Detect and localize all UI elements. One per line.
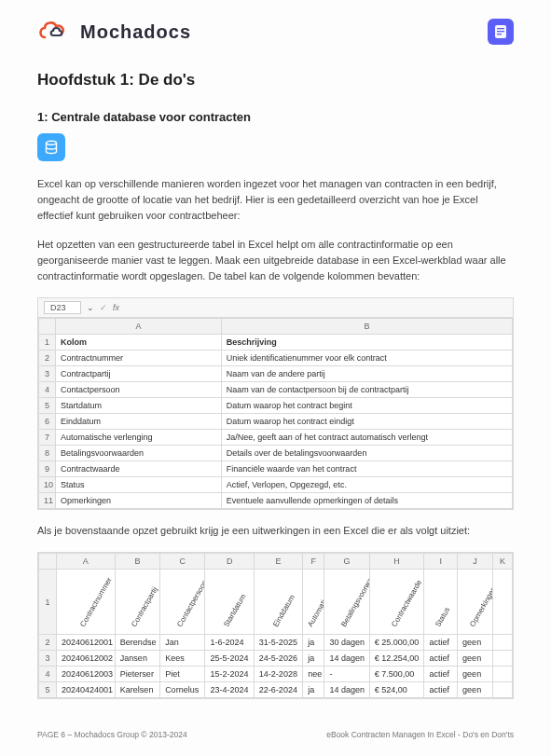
table-cell: Pieterser: [115, 667, 159, 682]
brand-name: Mochadocs: [80, 21, 191, 43]
footer-right: eBook Contracten Managen In Excel - Do's…: [326, 730, 514, 739]
col-header: G: [324, 554, 369, 570]
table-cell: geen: [458, 682, 493, 698]
rotated-header: Automatische verlenging: [303, 570, 324, 635]
col-header: J: [458, 554, 493, 570]
row-number: 10: [39, 477, 56, 493]
excel-table-2: ABCDEFGHIJK1ContractnummerContractpartij…: [37, 552, 514, 699]
row-number: 9: [39, 461, 56, 477]
row-number: 7: [39, 430, 56, 446]
table-cell: actief: [424, 635, 458, 651]
table-cell: 31-5-2025: [254, 635, 302, 651]
rotated-header: Contactpersoon: [160, 570, 205, 635]
table-cell: 1-6-2024: [205, 635, 254, 651]
col-header: B: [221, 319, 512, 335]
table-cell: Contractpartij: [56, 366, 222, 382]
database-icon: [37, 133, 65, 161]
table-cell: Contractnummer: [56, 351, 222, 366]
table-cell: ja: [303, 651, 324, 667]
footer-left: PAGE 6 – Mochadocs Group © 2013-2024: [37, 730, 187, 739]
table-cell: Datum waarop het contract eindigt: [221, 414, 512, 430]
table-cell: Naam van de andere partij: [221, 366, 512, 382]
chapter-title: Hoofdstuk 1: De do's: [37, 71, 514, 89]
paragraph-3: Als je bovenstaande opzet gebruikt krijg…: [37, 523, 514, 539]
table-cell: Ja/Nee, geeft aan of het contract automa…: [221, 430, 512, 446]
table-cell: nee: [303, 667, 324, 682]
spreadsheet-grid-2: ABCDEFGHIJK1ContractnummerContractpartij…: [38, 553, 513, 698]
col-header: H: [369, 554, 424, 570]
table-cell: -: [324, 667, 369, 682]
table-cell: 30 dagen: [324, 635, 369, 651]
table-cell: 20240612001: [56, 635, 115, 651]
rotated-header: Einddatum: [254, 570, 302, 635]
table-cell: ja: [303, 682, 324, 698]
row-number: 1: [39, 335, 56, 351]
table-cell: Details over de betalingsvoorwaarden: [221, 446, 512, 461]
table-cell: Piet: [160, 667, 205, 682]
row-number: 11: [39, 493, 56, 509]
table-cell: actief: [424, 651, 458, 667]
row-number: 3: [39, 366, 56, 382]
svg-point-4: [47, 141, 57, 144]
paragraph-1: Excel kan op verschillende manieren word…: [37, 176, 514, 224]
table-cell: geen: [458, 635, 493, 651]
check-icon: ✓: [100, 303, 107, 312]
table-cell: Status: [56, 477, 222, 493]
table-cell: Datum waarop het contract begint: [221, 398, 512, 414]
rotated-header: Status: [424, 570, 458, 635]
rotated-header: Contractwaarde: [369, 570, 424, 635]
table-cell: geen: [458, 667, 493, 682]
rotated-header: Startdatum: [205, 570, 254, 635]
col-header: B: [115, 554, 159, 570]
table-cell: 22-6-2024: [254, 682, 302, 698]
table-cell: € 7.500,00: [369, 667, 424, 682]
table-cell: € 25.000,00: [369, 635, 424, 651]
section-title: 1: Centrale database voor contracten: [37, 110, 514, 124]
row-number: 4: [39, 382, 56, 398]
table-cell: 23-4-2024: [205, 682, 254, 698]
col-header: F: [303, 554, 324, 570]
page-footer: PAGE 6 – Mochadocs Group © 2013-2024 eBo…: [37, 730, 514, 739]
brand-logo: Mochadocs: [37, 19, 191, 45]
col-header: A: [56, 319, 222, 335]
table-cell: 14 dagen: [324, 682, 369, 698]
table-cell: 24-5-2026: [254, 651, 302, 667]
table-cell: Berendse: [115, 635, 159, 651]
table-cell: 20240612003: [56, 667, 115, 682]
excel-formula-bar: D23 ⌄ ✓ fx: [38, 298, 513, 318]
table-cell: Uniek identificatienummer voor elk contr…: [221, 351, 512, 366]
table-cell: Karelsen: [115, 682, 159, 698]
row-number: 8: [39, 446, 56, 461]
table-cell: 14 dagen: [324, 651, 369, 667]
excel-table-1: D23 ⌄ ✓ fx A B 1 Kolom Beschrijving 2Con…: [37, 297, 514, 510]
table-cell: 25-5-2024: [205, 651, 254, 667]
table-cell: € 524,00: [369, 682, 424, 698]
table-cell: actief: [424, 682, 458, 698]
table-cell: 15-2-2024: [205, 667, 254, 682]
cloud-logo-icon: [37, 19, 73, 45]
table-cell: 14-2-2028: [254, 667, 302, 682]
rotated-header: Contractpartij: [115, 570, 159, 635]
svg-rect-2: [497, 31, 504, 32]
table-cell: Automatische verlenging: [56, 430, 222, 446]
table-cell: Betalingsvoorwaarden: [56, 446, 222, 461]
table-cell: Naam van de contactpersoon bij de contra…: [221, 382, 512, 398]
table-cell: 20240612002: [56, 651, 115, 667]
table-cell: actief: [424, 667, 458, 682]
document-header-icon: [488, 19, 514, 45]
rotated-header: Opmerkingen: [458, 570, 493, 635]
table-header-cell: Kolom: [56, 335, 222, 351]
row-number: 2: [39, 351, 56, 366]
table-cell: Cornelus: [160, 682, 205, 698]
table-header-cell: Beschrijving: [221, 335, 512, 351]
col-header: K: [492, 554, 512, 570]
table-cell: Jan: [160, 635, 205, 651]
cell-reference: D23: [44, 301, 81, 314]
table-cell: Financiële waarde van het contract: [221, 461, 512, 477]
table-cell: 20240424001: [56, 682, 115, 698]
col-header: E: [254, 554, 302, 570]
table-cell: Actief, Verlopen, Opgezegd, etc.: [221, 477, 512, 493]
table-cell: Contractwaarde: [56, 461, 222, 477]
col-header: A: [56, 554, 115, 570]
page-header: Mochadocs: [37, 19, 514, 45]
